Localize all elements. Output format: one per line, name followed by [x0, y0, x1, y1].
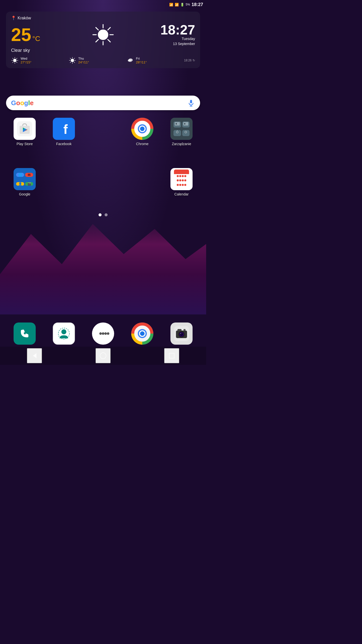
- zarzadzanie-label: Zarządzanie: [172, 142, 191, 146]
- app-facebook[interactable]: f Facebook: [50, 118, 78, 146]
- google-folder-label: Google: [19, 192, 30, 196]
- svg-point-30: [130, 61, 130, 62]
- battery-percent: 5%: [186, 3, 190, 6]
- svg-rect-46: [176, 123, 177, 125]
- svg-line-23: [70, 58, 71, 59]
- svg-rect-47: [183, 122, 188, 126]
- chrome-dock-icon: [131, 323, 153, 345]
- forecast-wed-icon: [11, 57, 19, 64]
- svg-point-0: [98, 30, 108, 40]
- svg-line-16: [16, 58, 17, 59]
- camera-icon: [170, 323, 193, 345]
- svg-point-73: [100, 353, 106, 359]
- page-dot-1[interactable]: [99, 213, 102, 216]
- wifi-icon: 📶: [169, 3, 173, 7]
- svg-line-24: [74, 62, 75, 63]
- status-bar: 📶 📶 🔋 5% 18:27: [0, 0, 206, 9]
- forecast-fri: Fri 28°/11°: [126, 57, 184, 64]
- svg-line-7: [108, 27, 110, 30]
- nav-bar: [0, 347, 206, 365]
- svg-rect-32: [190, 100, 192, 103]
- dock-drawer[interactable]: [92, 323, 114, 345]
- google-folder-icon: 🌐 ✉ 👤 🎬: [14, 168, 36, 190]
- svg-rect-71: [177, 329, 182, 331]
- svg-line-6: [108, 39, 110, 42]
- battery-icon: 🔋: [180, 3, 184, 7]
- svg-point-50: [177, 132, 178, 133]
- dock-contacts[interactable]: [53, 323, 75, 345]
- svg-marker-72: [33, 353, 36, 358]
- microphone-icon[interactable]: [187, 99, 195, 107]
- weather-temp-row: 25 °C: [11, 26, 72, 44]
- app-chrome[interactable]: Chrome: [128, 118, 156, 146]
- dock: [0, 323, 206, 345]
- temperature: 25: [11, 25, 31, 45]
- app-playstore[interactable]: Play Store: [11, 118, 38, 146]
- weather-main: 25 °C 18:27 Tuesday 13 September: [11, 23, 195, 46]
- sun-icon: [92, 23, 114, 46]
- svg-point-29: [129, 61, 129, 62]
- weather-clock: 18:27: [134, 23, 195, 36]
- svg-rect-48: [184, 123, 185, 125]
- drawer-icon: [92, 323, 114, 345]
- zarzadzanie-icon: [170, 118, 193, 140]
- recents-button[interactable]: [164, 348, 179, 363]
- signal-icon: 📶: [175, 3, 179, 7]
- facebook-label: Facebook: [56, 142, 71, 146]
- calendar-label: Calendar: [174, 192, 189, 196]
- playstore-icon: [14, 118, 36, 140]
- forecast-fri-icon: [126, 57, 134, 64]
- svg-line-8: [96, 39, 98, 42]
- location-pin-icon: 📍: [11, 16, 16, 20]
- svg-rect-45: [175, 122, 180, 126]
- svg-point-9: [13, 59, 16, 62]
- weather-forecast: Wed 27°/15° Thu 24°/11°: [11, 57, 195, 64]
- svg-line-5: [96, 27, 98, 30]
- back-button[interactable]: [27, 348, 42, 363]
- svg-point-31: [131, 61, 131, 62]
- weather-date: Tuesday 13 September: [134, 36, 195, 46]
- svg-point-56: [99, 332, 102, 335]
- weather-time-block: 18:27 Tuesday 13 September: [134, 23, 195, 46]
- forecast-thu-icon: [69, 57, 76, 64]
- weather-sun: [72, 23, 134, 46]
- app-row-2: 🌐 ✉ 👤 🎬 Google: [0, 168, 206, 196]
- weather-widget: 📍 Kraków 25 °C 18:27: [6, 12, 200, 68]
- svg-point-59: [107, 332, 109, 335]
- chrome-icon: [131, 118, 153, 140]
- contacts-icon: [53, 323, 75, 345]
- app-row-1: Play Store f Facebook: [0, 118, 206, 146]
- svg-rect-70: [184, 329, 186, 331]
- dock-chrome[interactable]: [131, 323, 153, 345]
- svg-line-17: [13, 62, 13, 63]
- svg-point-44: [140, 127, 145, 131]
- svg-text:f: f: [63, 122, 68, 136]
- app-calendar[interactable]: Calendar: [168, 168, 195, 196]
- chrome-label: Chrome: [136, 142, 149, 146]
- svg-point-69: [180, 333, 181, 334]
- facebook-icon: f: [53, 118, 75, 140]
- phone-icon: [14, 323, 36, 345]
- svg-line-26: [70, 62, 71, 63]
- svg-point-57: [102, 332, 104, 335]
- page-dots: [0, 213, 206, 216]
- svg-line-14: [13, 58, 13, 59]
- app-zarzadzanie[interactable]: Zarządzanie: [168, 118, 195, 146]
- svg-point-18: [71, 59, 74, 62]
- search-bar[interactable]: Google: [6, 96, 200, 110]
- page-dot-2[interactable]: [105, 213, 108, 216]
- dock-camera[interactable]: [170, 323, 193, 345]
- weather-condition: Clear sky: [11, 48, 195, 53]
- svg-point-63: [140, 331, 145, 336]
- google-logo: Google: [11, 99, 34, 107]
- weather-location: 📍 Kraków: [11, 16, 195, 20]
- weather-updated: 18:26 ↻: [184, 59, 195, 62]
- weather-left: 25 °C: [11, 26, 72, 44]
- refresh-icon[interactable]: ↻: [193, 59, 195, 62]
- svg-line-25: [74, 58, 75, 59]
- calendar-icon: [170, 168, 193, 190]
- dock-phone[interactable]: [14, 323, 36, 345]
- home-button[interactable]: [96, 348, 111, 363]
- app-google-folder[interactable]: 🌐 ✉ 👤 🎬 Google: [11, 168, 38, 196]
- forecast-thu: Thu 24°/11°: [69, 57, 126, 64]
